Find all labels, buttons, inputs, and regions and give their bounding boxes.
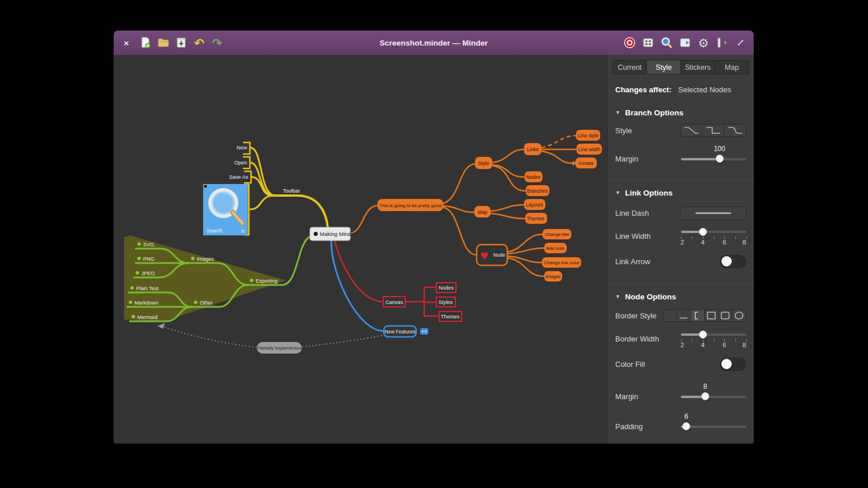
node-callout[interactable]: Partially Implemented: [257, 342, 302, 354]
node-other[interactable]: Other: [200, 300, 213, 306]
branch-style-straight-button[interactable]: [680, 124, 702, 137]
node-png[interactable]: PNG: [143, 256, 155, 262]
save-document-button[interactable]: [175, 36, 188, 49]
svg-text:Links: Links: [527, 147, 538, 152]
border-style-label: Border Style: [615, 311, 657, 320]
bracket-icon: [691, 310, 704, 321]
link-indicator-icon[interactable]: [420, 328, 428, 335]
titlebar: Screenshot.minder — Minder ×: [114, 31, 754, 55]
svg-text:Change link color: Change link color: [544, 260, 579, 265]
tab-current[interactable]: Current: [612, 60, 647, 74]
node-heart[interactable]: ♥ Node: [477, 245, 507, 265]
node-root[interactable]: Making Minder: [310, 227, 356, 241]
link-arrow-toggle[interactable]: [720, 255, 746, 268]
branch-style-curved-button[interactable]: [724, 124, 746, 137]
svg-text:Nodes: Nodes: [526, 174, 541, 180]
branch-style-label: Style: [615, 126, 632, 135]
image-export-icon: [679, 36, 691, 49]
node-options-header[interactable]: ▼ Node Options: [608, 283, 754, 302]
fullscreen-button[interactable]: [734, 36, 747, 49]
border-bracket-button[interactable]: [691, 309, 705, 322]
border-underline-button[interactable]: [677, 309, 691, 322]
node-exporting[interactable]: Exporting: [256, 278, 278, 284]
color-fill-toggle[interactable]: [720, 358, 746, 371]
settings-button[interactable]: ⚙: [697, 36, 710, 49]
node-new-features[interactable]: New Features: [384, 326, 416, 337]
svg-text:Map: Map: [478, 209, 488, 215]
new-document-button[interactable]: [139, 36, 152, 49]
pill-icon: [732, 310, 746, 321]
node-margin-slider[interactable]: 8: [681, 392, 746, 401]
border-width-ticks: 2 4 6 8: [681, 339, 746, 349]
line-width-label: Line Width: [615, 232, 650, 241]
open-folder-icon: [157, 36, 170, 49]
node-margin-label: Margin: [615, 392, 638, 401]
branch-style-squared-button[interactable]: [702, 124, 724, 137]
border-style-buttons: [663, 309, 746, 322]
svg-text:Images: Images: [545, 274, 560, 279]
svg-text:Line style: Line style: [578, 133, 598, 138]
underline-icon: [677, 310, 690, 321]
svg-text:Nodes: Nodes: [439, 285, 454, 291]
undo-button[interactable]: ↶: [193, 36, 205, 49]
svg-text:Change title: Change title: [545, 232, 570, 237]
redo-icon: ↷: [212, 37, 222, 49]
expander-icon: ▼: [615, 110, 620, 115]
expander-icon: ▼: [615, 190, 620, 196]
line-dash-button[interactable]: [680, 207, 746, 220]
export-share-button[interactable]: [716, 36, 728, 49]
node-toolbar[interactable]: Toolbar: [283, 188, 300, 194]
redo-button[interactable]: ↷: [211, 36, 223, 49]
border-rounded-button[interactable]: [719, 309, 732, 322]
padding-slider[interactable]: 6: [681, 422, 746, 431]
open-folder-button[interactable]: [157, 36, 170, 49]
svg-text:This is going to be pretty goo: This is going to be pretty good: [379, 203, 441, 208]
svg-text:Layouts: Layouts: [526, 202, 543, 208]
note-icon: ≡: [241, 228, 245, 234]
heart-icon: ♥: [480, 247, 488, 263]
node-markdown[interactable]: Markdown: [134, 300, 159, 306]
image-export-button[interactable]: [679, 36, 691, 49]
border-square-button[interactable]: [705, 309, 719, 322]
border-pill-button[interactable]: [732, 309, 746, 322]
branch-style-buttons: [680, 124, 746, 137]
border-width-slider[interactable]: [681, 330, 746, 339]
link-options-header[interactable]: ▼ Link Options: [608, 179, 754, 198]
tab-stickers[interactable]: Stickers: [681, 60, 715, 74]
svg-text:Making Minder: Making Minder: [320, 231, 356, 237]
node-save-as[interactable]: Save As: [229, 174, 249, 180]
line-width-slider[interactable]: [681, 227, 746, 236]
squared-line-icon: [703, 125, 724, 136]
node-plain-text[interactable]: Plain Text: [136, 286, 159, 291]
node-mermaid[interactable]: Mermaid: [137, 314, 158, 320]
focus-mode-button[interactable]: [623, 36, 636, 49]
mindmap-canvas[interactable]: Toolbar New Open Save As Search ≡: [114, 55, 607, 444]
map-overview-button[interactable]: [642, 36, 654, 49]
border-none-button[interactable]: [663, 309, 677, 322]
zoom-search-icon: [660, 36, 673, 49]
link-arrow-label: Link Arrow: [615, 257, 650, 266]
node-open[interactable]: Open: [234, 160, 247, 166]
padding-label: Padding: [615, 422, 643, 431]
toggle-knob: [721, 359, 732, 369]
new-document-icon: [139, 36, 152, 49]
branch-margin-slider[interactable]: 100: [681, 155, 746, 163]
node-jpeg[interactable]: JPEG: [141, 271, 155, 276]
zoom-search-button[interactable]: [660, 36, 673, 49]
curved-line-icon: [725, 125, 746, 136]
tab-style[interactable]: Style: [647, 60, 681, 74]
close-button[interactable]: ×: [119, 36, 134, 49]
node-search-image[interactable]: Search ≡: [203, 184, 248, 235]
svg-text:Line width: Line width: [578, 147, 601, 152]
node-svg[interactable]: SVG: [143, 242, 154, 247]
tab-map[interactable]: Map: [715, 60, 749, 74]
svg-text:Style: Style: [478, 160, 489, 166]
node-images[interactable]: Images: [197, 256, 214, 262]
square-icon: [705, 310, 718, 321]
branch-options-header[interactable]: ▼ Branch Options: [608, 107, 754, 118]
node-new[interactable]: New: [237, 145, 248, 151]
changes-affect-value[interactable]: Selected Nodes: [678, 85, 746, 94]
branch-margin-value: 100: [714, 145, 725, 153]
svg-text:Canvas: Canvas: [386, 299, 403, 305]
changes-affect-label: Changes affect:: [615, 85, 672, 94]
